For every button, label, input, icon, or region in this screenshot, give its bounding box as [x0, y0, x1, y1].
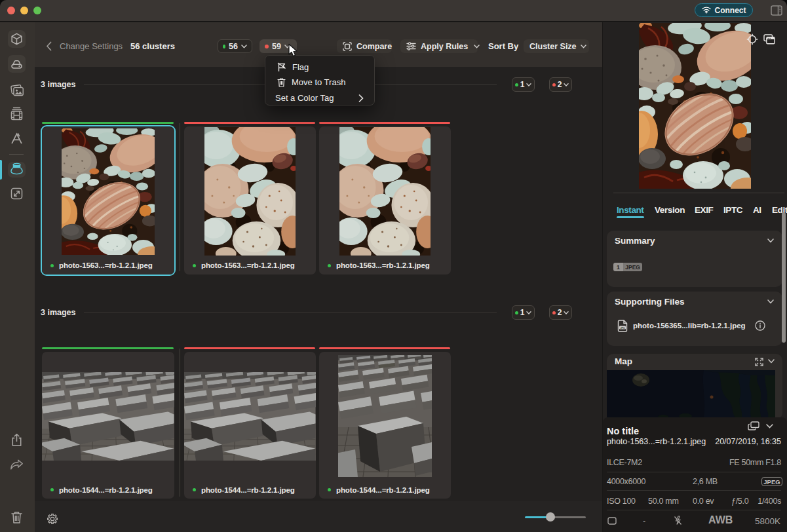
svg-text:JPG: JPG [620, 327, 624, 330]
